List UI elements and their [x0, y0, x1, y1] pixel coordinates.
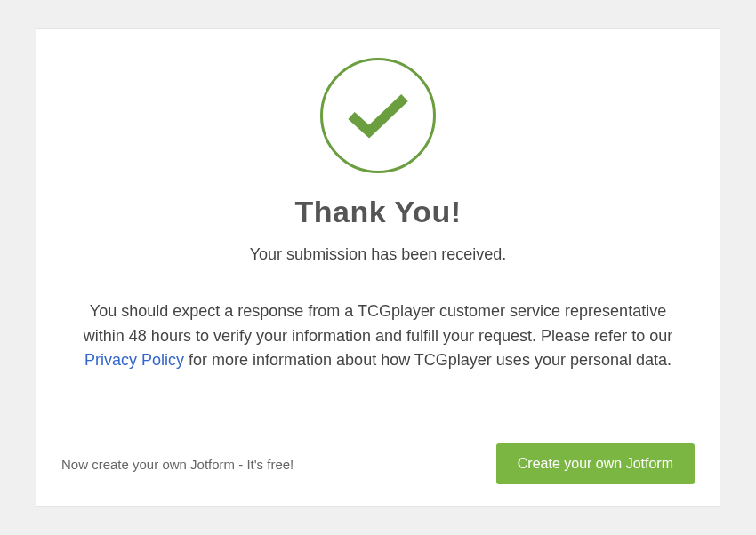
footer-bar: Now create your own Jotform - It's free!…: [36, 427, 720, 506]
create-jotform-button[interactable]: Create your own Jotform: [496, 443, 695, 484]
checkmark-icon: [346, 91, 410, 140]
privacy-policy-link[interactable]: Privacy Policy: [84, 351, 184, 369]
response-info-text: You should expect a response from a TCGp…: [72, 299, 684, 374]
footer-prompt-text: Now create your own Jotform - It's free!: [61, 457, 294, 472]
confirmation-card: Thank You! Your submission has been rece…: [36, 28, 720, 507]
body-text-after-link: for more information about how TCGplayer…: [184, 351, 672, 369]
thank-you-heading: Thank You!: [72, 195, 684, 229]
success-icon-wrap: [72, 58, 684, 173]
body-text-before-link: You should expect a response from a TCGp…: [84, 302, 672, 345]
submission-received-text: Your submission has been received.: [72, 245, 684, 264]
success-circle: [320, 58, 436, 173]
main-content: Thank You! Your submission has been rece…: [36, 29, 720, 427]
